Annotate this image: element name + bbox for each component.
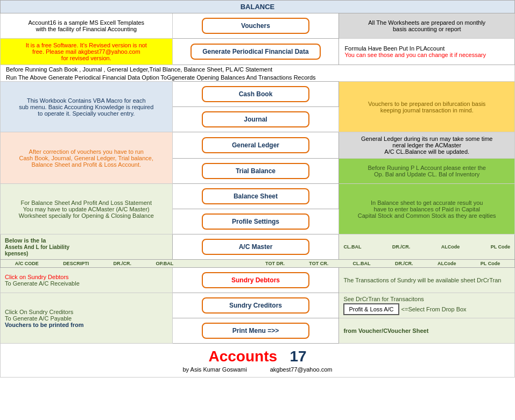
footer-row: Accounts 17 by Asis Kumar Goswami akgbes…: [1, 344, 515, 378]
row6-right: Before Ruuning P L Account please enter …: [339, 159, 515, 184]
acmaster-kpenses: kpenses): [5, 251, 28, 257]
acmaster-cols-row: A/C CODE DESCRIPTI DR./CR. OP.BAL TOT DR…: [1, 260, 515, 268]
col-ac-code: A/C CODE: [15, 261, 39, 266]
select-from-drop-box: <=Select From Drop Box: [401, 306, 467, 312]
info2-text: Run The Above Generate Periodical Financ…: [6, 74, 316, 81]
col-dr-cr2b: DR./CR.: [395, 261, 413, 266]
row1-left: Account16 is a sample MS Excell Template…: [1, 13, 173, 39]
trial-balance-cell: Trial Balance: [172, 159, 339, 184]
row7-left-text: For Balance Sheet And Profit And Loss St…: [19, 200, 154, 219]
info1: Before Running Cash Book , Journal , Gen…: [1, 65, 515, 74]
row7-right: In Balance sheet to get accurate result …: [339, 184, 515, 234]
row4-right-line3: A/C CL.Balance will be updated.: [344, 148, 509, 155]
sundry-creditors-right: See DrCrTran for Transacitons Profit & L…: [339, 293, 515, 318]
sundry-creditors-right-line1: See DrCrTran for Transacitons: [343, 296, 510, 302]
row4-right: General Ledger during its run may take s…: [339, 132, 515, 159]
row3-right-text: Vouchers to be prepared on bifurcation b…: [368, 101, 485, 113]
row7-left: For Balance Sheet And Profit And Loss St…: [1, 184, 173, 234]
info1-text: Before Running Cash Book , Journal , Gen…: [6, 66, 272, 73]
general-ledger-button[interactable]: General Ledger: [202, 137, 309, 153]
row2-left-text: It is a free Software. It's Revised vers…: [26, 42, 147, 61]
print-menu-right: from Voucher/CVoucher Sheet: [339, 318, 515, 344]
row6-right-text: Before Ruuning P L Account please enter …: [368, 165, 486, 177]
sundry-debtors-right: The Transactions of Sundry will be avail…: [339, 268, 515, 293]
generate-button[interactable]: Generate Periodical Financial Data: [191, 44, 320, 60]
col-tot-dr: TOT DR.: [265, 261, 285, 266]
sundry-creditors-button[interactable]: Sundry Creditors: [202, 297, 309, 314]
print-menu-cell: Print Menu =>>: [172, 318, 339, 344]
col-pl-code: PL Code: [491, 244, 510, 250]
col-alcode2: ALCode: [438, 261, 456, 266]
journal-cell: Journal: [172, 107, 339, 132]
balance-sheet-button[interactable]: Balance Sheet: [202, 188, 309, 204]
row5-left: After correction of vouchers you have to…: [1, 132, 173, 184]
acmaster-cell: A/C Master: [172, 234, 339, 260]
col-cl-bal2: CL.BAL: [353, 261, 371, 266]
balance-label: BALANCE: [241, 3, 275, 11]
row2-right: Formula Have Been Put In PLAccount You c…: [339, 39, 515, 65]
generate-cell: Generate Periodical Financial Data: [172, 39, 339, 65]
sundry-debtors-cell: Sundry Debtors: [172, 268, 339, 293]
cashbook-cell: Cash Book: [172, 82, 339, 107]
acmaster-header-right-text: Assets And L for Liability: [5, 244, 69, 250]
cashbook-button[interactable]: Cash Book: [202, 86, 309, 102]
print-menu-button[interactable]: Print Menu =>>: [202, 323, 309, 339]
general-ledger-cell: General Ledger: [172, 132, 339, 159]
row2-right-line1: Formula Have Been Put In PLAccount: [344, 45, 509, 52]
footer-accounts: Accounts: [208, 348, 277, 365]
sundry-creditors-line2: To Generate A/C Payable: [5, 315, 168, 322]
col-descripti: DESCRIPTI: [63, 261, 89, 266]
row4-right-line1: General Ledger during its run may take s…: [344, 136, 509, 142]
sundry-creditors-line1: Click On Sundry Creditors: [5, 309, 168, 315]
sundry-debtors-right-text: The Transactions of Sundry will be avail…: [343, 277, 501, 283]
profile-settings-cell: Profile Settings: [172, 209, 339, 234]
journal-button[interactable]: Journal: [202, 111, 309, 127]
acmaster-header-left-text: Below is the la: [5, 237, 46, 244]
profile-settings-button[interactable]: Profile Settings: [202, 213, 309, 230]
sundry-creditors-cell: Sundry Creditors: [172, 293, 339, 318]
col-tot-cr: TOT CR.: [309, 261, 328, 266]
col-dr-cr2: DR./CR.: [392, 244, 411, 250]
row1-left-text: Account16 is a sample MS Excell Template…: [28, 19, 144, 32]
row4-right-line2: neral ledger the ACMaster: [344, 142, 509, 148]
sundry-creditors-left: Click On Sundry Creditors To Generate A/…: [1, 293, 173, 344]
balance-header: BALANCE: [1, 1, 515, 13]
col-alcode: ALCode: [441, 244, 460, 250]
balance-sheet-cell: Balance Sheet: [172, 184, 339, 209]
col-dr-cr: DR./CR.: [114, 261, 132, 266]
accounts-title-row: Accounts 17: [3, 348, 512, 365]
row1-right-text: All The Worksheets are prepared on month…: [368, 19, 485, 32]
sundry-debtors-line2: To Generate A/C Receivable: [5, 280, 168, 287]
row3-left: This Workbook Contains VBA Macro for eac…: [1, 82, 173, 132]
vouchers-cell: Vouchers: [172, 13, 339, 39]
sundry-debtors-left: Click on Sundry Debtors To Generate A/C …: [1, 268, 173, 293]
acmaster-cols-cell: CL.BAL DR./CR. ALCode PL Code: [339, 234, 515, 260]
row7-right-text: In Balance sheet to get accurate result …: [358, 200, 496, 219]
col-cl-bal: CL.BAL: [343, 244, 361, 250]
sundry-debtors-line1: Click on Sundry Debtors: [5, 274, 168, 280]
footer-number: 17: [290, 348, 306, 365]
col-pl-code2: PL Code: [481, 261, 500, 266]
info2: Run The Above Generate Periodical Financ…: [1, 74, 515, 82]
sundry-debtors-button[interactable]: Sundry Debtors: [202, 272, 309, 288]
footer-by: by Asis Kumar Goswami: [182, 366, 246, 373]
footer-sub: by Asis Kumar Goswami akgbest77@yahoo.co…: [3, 366, 512, 373]
trial-balance-button[interactable]: Trial Balance: [202, 163, 309, 179]
row2-right-line2: You can see those and you can change it …: [344, 52, 509, 58]
row3-right: Vouchers to be prepared on bifurcation b…: [339, 82, 515, 132]
acmaster-button[interactable]: A/C Master: [202, 239, 309, 255]
row5-left-text: After correction of vouchers you have to…: [19, 148, 153, 168]
acmaster-header-left: Below is the la Assets And L for Liabili…: [1, 234, 173, 260]
row2-left: It is a free Software. It's Revised vers…: [1, 39, 173, 65]
col-spacer: [198, 261, 241, 266]
print-menu-right-text: from Voucher/CVoucher Sheet: [343, 328, 428, 334]
col-op-bal: OP.BAL: [156, 261, 173, 266]
sundry-creditors-line3: Vouchers to be printed from: [5, 322, 168, 328]
vouchers-button[interactable]: Vouchers: [202, 18, 309, 34]
row1-right: All The Worksheets are prepared on month…: [339, 13, 515, 39]
footer-email: akgbest77@yahoo.com: [270, 366, 333, 373]
row3-left-text: This Workbook Contains VBA Macro for eac…: [19, 97, 153, 117]
profit-loss-box[interactable]: Profit & Loss A/C: [343, 303, 399, 315]
